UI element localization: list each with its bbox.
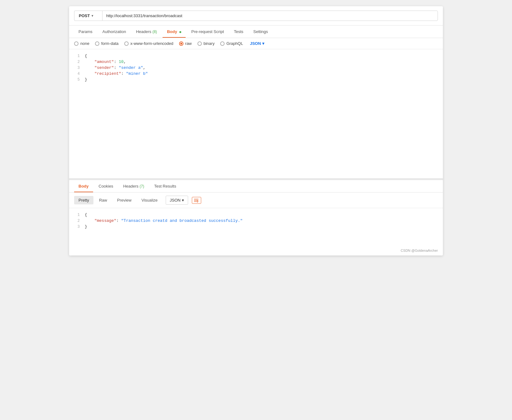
url-bar: POST ▾ bbox=[69, 6, 443, 26]
resp-line-content-2: "message": "Transaction creatd and broad… bbox=[85, 218, 443, 223]
radio-form-data-circle bbox=[95, 41, 99, 46]
method-chevron-icon: ▾ bbox=[92, 14, 93, 17]
view-raw-button[interactable]: Raw bbox=[95, 196, 111, 204]
tab-headers[interactable]: Headers (8) bbox=[132, 26, 161, 38]
line-num-1: 1 bbox=[69, 54, 85, 58]
body-active-dot bbox=[179, 31, 181, 33]
line-num-5: 5 bbox=[69, 78, 85, 82]
tab-tests[interactable]: Tests bbox=[230, 26, 248, 38]
code-line-3: 3 "sender": "sender a", bbox=[69, 65, 443, 71]
radio-binary-circle bbox=[197, 41, 202, 46]
radio-raw[interactable]: raw bbox=[179, 41, 192, 46]
headers-badge: (8) bbox=[152, 30, 157, 34]
code-line-4: 4 "recipient": "miner b" bbox=[69, 71, 443, 77]
request-body-editor[interactable]: 1 { 2 "amount": 10, 3 "sender": "sender … bbox=[69, 49, 443, 180]
resp-line-num-3: 3 bbox=[69, 225, 85, 229]
json-chevron-icon: ▾ bbox=[262, 41, 264, 46]
tab-params[interactable]: Params bbox=[74, 26, 97, 38]
response-tab-headers[interactable]: Headers (7) bbox=[119, 180, 148, 192]
response-line-3: 3 } bbox=[69, 224, 443, 230]
view-preview-button[interactable]: Preview bbox=[113, 196, 136, 204]
view-visualize-button[interactable]: Visualize bbox=[137, 196, 162, 204]
radio-binary[interactable]: binary bbox=[197, 41, 215, 46]
response-line-1: 1 { bbox=[69, 212, 443, 218]
code-line-1: 1 { bbox=[69, 53, 443, 59]
line-num-3: 3 bbox=[69, 66, 85, 70]
response-body-editor: 1 { 2 "message": "Transaction creatd and… bbox=[69, 208, 443, 246]
tab-pre-request-script[interactable]: Pre-request Script bbox=[187, 26, 228, 38]
code-line-2: 2 "amount": 10, bbox=[69, 59, 443, 65]
tab-body[interactable]: Body bbox=[163, 26, 186, 38]
body-type-bar: none form-data x-www-form-urlencoded raw… bbox=[69, 38, 443, 49]
url-input[interactable] bbox=[102, 11, 438, 21]
radio-urlencoded[interactable]: x-www-form-urlencoded bbox=[124, 41, 173, 46]
resp-line-num-1: 1 bbox=[69, 213, 85, 217]
tab-authorization[interactable]: Authorization bbox=[98, 26, 130, 38]
response-headers-badge: (7) bbox=[140, 184, 144, 189]
line-content-2: "amount": 10, bbox=[85, 60, 443, 64]
response-json-selector[interactable]: JSON ▾ bbox=[166, 196, 188, 205]
radio-form-data[interactable]: form-data bbox=[95, 41, 119, 46]
request-tabs: Params Authorization Headers (8) Body Pr… bbox=[69, 26, 443, 38]
method-text: POST bbox=[79, 13, 90, 18]
view-pretty-button[interactable]: Pretty bbox=[74, 196, 93, 204]
response-tab-test-results[interactable]: Test Results bbox=[150, 180, 181, 192]
response-tab-body[interactable]: Body bbox=[74, 180, 93, 192]
json-format-selector[interactable]: JSON ▾ bbox=[250, 41, 264, 46]
line-num-2: 2 bbox=[69, 60, 85, 64]
response-tab-cookies[interactable]: Cookies bbox=[94, 180, 118, 192]
resp-line-content-3: } bbox=[85, 224, 443, 229]
line-content-1: { bbox=[85, 54, 443, 58]
tab-settings[interactable]: Settings bbox=[249, 26, 272, 38]
response-json-chevron-icon: ▾ bbox=[182, 198, 184, 203]
radio-raw-circle bbox=[179, 41, 183, 46]
line-content-4: "recipient": "miner b" bbox=[85, 71, 443, 76]
radio-graphql-circle bbox=[220, 41, 225, 46]
response-toolbar: Pretty Raw Preview Visualize JSON ▾ bbox=[69, 193, 443, 208]
line-num-4: 4 bbox=[69, 72, 85, 76]
radio-urlencoded-circle bbox=[124, 41, 129, 46]
line-content-5: } bbox=[85, 77, 443, 82]
resp-line-content-1: { bbox=[85, 212, 443, 217]
method-selector[interactable]: POST ▾ bbox=[74, 11, 102, 21]
response-line-2: 2 "message": "Transaction creatd and bro… bbox=[69, 218, 443, 224]
line-content-3: "sender": "sender a", bbox=[85, 65, 443, 70]
wrap-lines-icon[interactable] bbox=[192, 197, 201, 204]
watermark: CSDN @GoldenaArcher bbox=[69, 246, 443, 255]
code-line-5: 5 } bbox=[69, 77, 443, 83]
postman-window: POST ▾ Params Authorization Headers (8) … bbox=[69, 6, 443, 255]
resp-line-num-2: 2 bbox=[69, 219, 85, 223]
radio-none-circle bbox=[74, 41, 78, 46]
radio-graphql[interactable]: GraphQL bbox=[220, 41, 243, 46]
response-tabs: Body Cookies Headers (7) Test Results bbox=[69, 180, 443, 193]
radio-none[interactable]: none bbox=[74, 41, 89, 46]
response-section: Body Cookies Headers (7) Test Results Pr… bbox=[69, 180, 443, 255]
